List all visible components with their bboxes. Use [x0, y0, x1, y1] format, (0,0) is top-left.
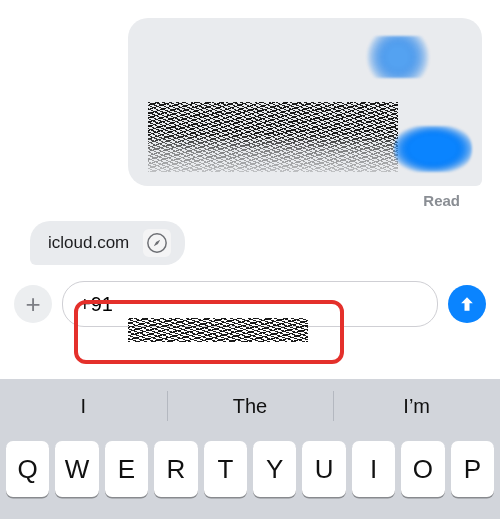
suggestion[interactable]: I [0, 379, 167, 433]
message-input[interactable] [77, 292, 423, 317]
key-y[interactable]: Y [253, 441, 296, 497]
key-q[interactable]: Q [6, 441, 49, 497]
key-o[interactable]: O [401, 441, 444, 497]
key-t[interactable]: T [204, 441, 247, 497]
safari-compass-icon [143, 229, 171, 257]
quicktype-bar: I The I’m [0, 379, 500, 433]
redacted-text [148, 102, 398, 172]
keyboard-row-1: Q W E R T Y U I O P [0, 433, 500, 497]
redacted-graphic [394, 126, 472, 172]
suggestion[interactable]: The [167, 379, 334, 433]
key-p[interactable]: P [451, 441, 494, 497]
link-domain-label: icloud.com [48, 233, 129, 253]
key-u[interactable]: U [302, 441, 345, 497]
composer-row: + [14, 281, 486, 327]
redacted-graphic [358, 36, 438, 78]
suggestion[interactable]: I’m [333, 379, 500, 433]
message-input-wrap[interactable] [62, 281, 438, 327]
key-r[interactable]: R [154, 441, 197, 497]
arrow-up-icon [457, 294, 477, 314]
key-w[interactable]: W [55, 441, 98, 497]
message-thread: Read [18, 18, 482, 209]
key-i[interactable]: I [352, 441, 395, 497]
sent-message-bubble[interactable] [128, 18, 482, 186]
add-attachment-button[interactable]: + [14, 285, 52, 323]
link-preview-bubble[interactable]: icloud.com [30, 221, 185, 265]
delivery-status: Read [40, 192, 460, 209]
key-e[interactable]: E [105, 441, 148, 497]
keyboard: I The I’m Q W E R T Y U I O P [0, 379, 500, 519]
send-button[interactable] [448, 285, 486, 323]
